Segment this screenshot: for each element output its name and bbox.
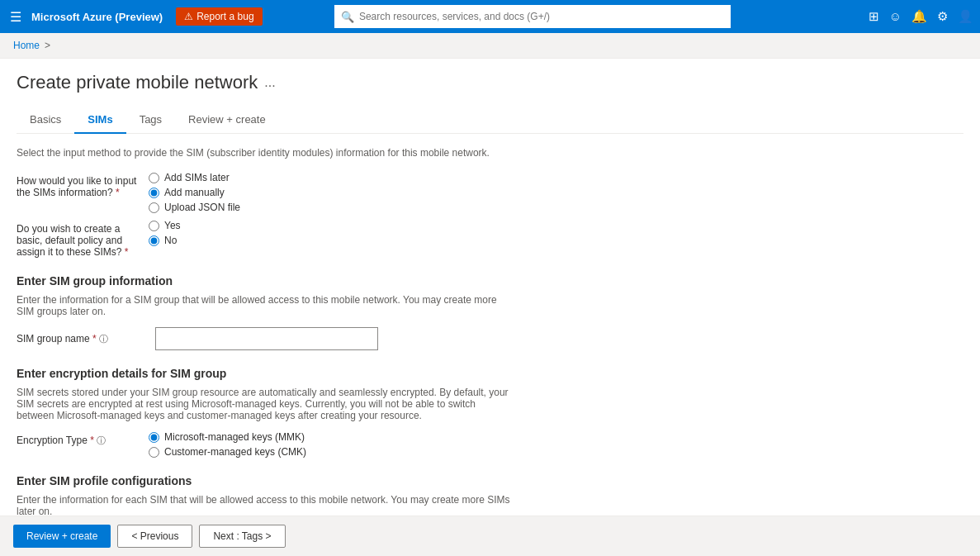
sim-section-description: Select the input method to provide the S… xyxy=(17,147,512,159)
sim-group-info-icon[interactable]: ⓘ xyxy=(99,334,108,344)
input-method-label: How would you like to input the SIMs inf… xyxy=(17,172,149,198)
tab-sims[interactable]: SIMs xyxy=(74,107,125,134)
default-policy-label: Do you wish to create a basic, default p… xyxy=(17,220,149,258)
breadcrumb-home[interactable]: Home xyxy=(13,40,40,51)
sim-group-name-row: SIM group name * ⓘ xyxy=(17,327,963,350)
radio-input-manually[interactable] xyxy=(149,188,159,198)
sim-group-header: Enter SIM group information xyxy=(17,274,963,288)
tab-basics[interactable]: Basics xyxy=(17,107,74,134)
radio-input-json[interactable] xyxy=(149,202,159,213)
radio-label-json: Upload JSON file xyxy=(164,202,240,213)
radio-label-yes: Yes xyxy=(164,220,181,231)
radio-label-no: No xyxy=(164,235,177,246)
encryption-type-row: Encryption Type * ⓘ Microsoft-managed ke… xyxy=(17,431,963,458)
radio-label-later: Add SIMs later xyxy=(164,172,230,183)
radio-add-later[interactable]: Add SIMs later xyxy=(149,172,240,183)
sim-group-description: Enter the information for a SIM group th… xyxy=(17,294,512,317)
breadcrumb-separator: > xyxy=(45,40,50,51)
notifications-icon[interactable]: 🔔 xyxy=(911,9,927,24)
policy-options: Yes No xyxy=(149,220,181,246)
required-marker: * xyxy=(116,187,120,198)
radio-policy-yes[interactable]: Yes xyxy=(149,220,181,231)
radio-label-mmk: Microsoft-managed keys (MMK) xyxy=(164,431,305,443)
previous-button[interactable]: < Previous xyxy=(117,525,192,548)
profile-icon[interactable]: 👤 xyxy=(958,9,973,24)
tab-review-create[interactable]: Review + create xyxy=(175,107,279,134)
radio-upload-json[interactable]: Upload JSON file xyxy=(149,202,240,213)
radio-input-cmk[interactable] xyxy=(149,447,159,458)
next-button[interactable]: Next : Tags > xyxy=(199,525,285,548)
hamburger-menu-icon[interactable]: ☰ xyxy=(7,6,25,28)
radio-mmk[interactable]: Microsoft-managed keys (MMK) xyxy=(149,431,306,443)
sim-profile-header: Enter SIM profile configurations xyxy=(17,474,963,487)
radio-input-mmk[interactable] xyxy=(149,432,159,443)
radio-add-manually[interactable]: Add manually xyxy=(149,187,240,198)
input-method-options: Add SIMs later Add manually Upload JSON … xyxy=(149,172,240,213)
review-create-button[interactable]: Review + create xyxy=(13,525,111,548)
search-wrapper: 🔍 xyxy=(334,5,731,28)
radio-input-later[interactable] xyxy=(149,173,159,183)
tab-bar: Basics SIMs Tags Review + create xyxy=(17,107,963,134)
sim-profile-description: Enter the information for each SIM that … xyxy=(17,494,512,517)
bottom-bar: Review + create < Previous Next : Tags > xyxy=(0,516,980,556)
nav-icons: ⊞ ☺ 🔔 ⚙ 👤 xyxy=(869,9,973,24)
search-input[interactable] xyxy=(334,5,731,28)
sim-group-name-label: SIM group name * ⓘ xyxy=(17,333,149,345)
radio-label-cmk: Customer-managed keys (CMK) xyxy=(164,446,306,458)
radio-input-yes[interactable] xyxy=(149,221,159,231)
radio-cmk[interactable]: Customer-managed keys (CMK) xyxy=(149,446,306,458)
radio-label-manually: Add manually xyxy=(164,187,225,198)
input-method-row: How would you like to input the SIMs inf… xyxy=(17,172,963,213)
page-title: Create private mobile network xyxy=(17,72,258,93)
sim-group-name-input[interactable] xyxy=(155,327,378,350)
default-policy-row: Do you wish to create a basic, default p… xyxy=(17,220,963,258)
radio-input-no[interactable] xyxy=(149,235,159,246)
tab-tags[interactable]: Tags xyxy=(126,107,175,134)
top-navigation: ☰ Microsoft Azure (Preview) ⚠ Report a b… xyxy=(0,0,980,33)
breadcrumb: Home > xyxy=(0,33,980,59)
bug-icon: ⚠ xyxy=(184,11,193,22)
radio-policy-no[interactable]: No xyxy=(149,235,181,246)
encryption-header: Enter encryption details for SIM group xyxy=(17,367,963,380)
settings-icon[interactable]: ⚙ xyxy=(937,9,948,24)
portal-menu-icon[interactable]: ⊞ xyxy=(869,9,879,24)
page-content: Create private mobile network ... Basics… xyxy=(0,59,980,556)
page-context-menu-icon[interactable]: ... xyxy=(264,75,275,90)
encryption-options: Microsoft-managed keys (MMK) Customer-ma… xyxy=(149,431,306,458)
encryption-type-label: Encryption Type * ⓘ xyxy=(17,431,149,447)
encryption-description: SIM secrets stored under your SIM group … xyxy=(17,387,512,421)
page-title-row: Create private mobile network ... xyxy=(17,72,963,93)
feedback-icon[interactable]: ☺ xyxy=(889,9,902,24)
search-icon: 🔍 xyxy=(341,11,354,23)
report-bug-button[interactable]: ⚠ Report a bug xyxy=(176,7,262,26)
azure-logo: Microsoft Azure (Preview) xyxy=(31,11,163,23)
encryption-info-icon[interactable]: ⓘ xyxy=(97,435,106,445)
required-marker-2: * xyxy=(125,246,129,258)
